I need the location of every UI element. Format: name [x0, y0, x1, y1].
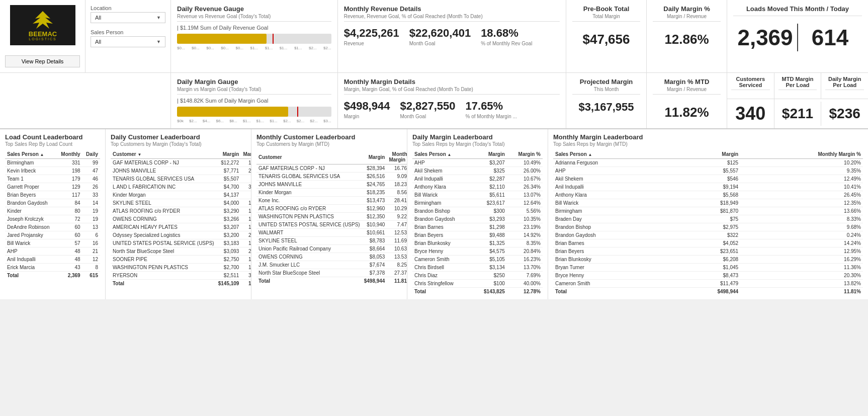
- table-row: Brandon Bishop$2,9759.68%: [553, 223, 863, 231]
- table-cell: WASHINGTON PENN PLASTICS: [256, 213, 362, 221]
- table-cell: Chris Birdsell: [412, 264, 473, 272]
- leaderboards-section: Load Count Leaderboard Top Sales Rep By …: [0, 129, 868, 299]
- table-cell: $3,207: [473, 159, 506, 167]
- table-cell: $9,194: [675, 183, 741, 191]
- table-cell: $125: [675, 159, 741, 167]
- table-row: Anil Indupalli4812: [5, 256, 100, 264]
- margin-pct-mtd-title: Margin % MTD: [653, 78, 721, 86]
- table-cell: 26.45%: [740, 191, 863, 199]
- table-row: Joseph Krolczyk7219: [5, 215, 100, 223]
- table-cell: 20.30%: [740, 272, 863, 280]
- table-row: WALMART$10,66112.53%: [256, 229, 407, 237]
- table-row: Erick Marcia438: [5, 264, 100, 272]
- table-cell: 40.00%: [507, 280, 543, 288]
- table-cell: 16.29%: [740, 256, 863, 264]
- table-cell: 20.43%: [241, 167, 251, 175]
- daily-margin-bar-marker: [297, 107, 298, 117]
- table-cell: $8,783: [362, 237, 387, 245]
- table-row: Akil Shekem$54612.49%: [553, 175, 863, 183]
- table-cell: $23,651: [675, 247, 741, 256]
- dc-col-customer: Customer ▼: [111, 150, 216, 159]
- table-cell: $498,944: [675, 288, 741, 296]
- table-cell: 26.34%: [507, 183, 543, 191]
- table-cell: Total: [5, 272, 56, 280]
- table-cell: Team 1: [5, 175, 56, 183]
- daily-customer-leaderboard: Daily Customer Leaderboard Top Customers…: [106, 129, 251, 299]
- table-row: J.M. Smucker LLC$7,6748.25%: [256, 261, 407, 269]
- table-cell: 10.67%: [507, 175, 543, 183]
- table-cell: $3,266: [216, 215, 241, 223]
- monthly-margin-values: $498,944 Margin $2,827,550 Month Goal 17…: [344, 100, 560, 119]
- table-row: Anthony Klara$2,11026.34%: [412, 183, 543, 191]
- customers-serviced-block: 340: [727, 99, 774, 128]
- table-cell: 16.76%: [387, 164, 407, 173]
- table-cell: $498,944: [362, 277, 387, 285]
- table-row: Total$498,94411.81%: [256, 277, 407, 285]
- revenue-label: Revenue: [344, 41, 399, 46]
- table-cell: Garrett Proper: [5, 183, 56, 191]
- table-cell: Chris Stringfellow: [412, 280, 473, 288]
- table-cell: Union Pacific Railroad Company: [256, 245, 362, 253]
- table-cell: Jared Projansky: [5, 231, 56, 239]
- margin-pct-mtd-panel: Margin % MTD Margin / Revenue 11.82%: [647, 73, 727, 128]
- table-row: SKYLINE STEEL$8,78311.69%: [256, 237, 407, 245]
- monthly-margin-lb-subtitle: Top Sales Reps by Margin (MTD): [553, 141, 863, 147]
- table-cell: 19: [82, 207, 100, 215]
- margin-pct-goal-block: 17.65% % of Monthly Margin ...: [466, 100, 517, 119]
- table-row: Chris Diaz$2507.69%: [412, 272, 543, 280]
- table-cell: $2,287: [473, 175, 506, 183]
- table-cell: 8: [82, 264, 100, 272]
- margin-month-goal-value: $2,827,550: [400, 100, 455, 113]
- table-cell: $12,350: [362, 213, 387, 221]
- view-rep-button[interactable]: View Rep Details: [5, 55, 80, 67]
- table-cell: 8.56%: [387, 189, 407, 197]
- daily-margin-table: Sales Person ▲ Margin Margin % AHP$3,207…: [412, 150, 543, 295]
- table-cell: North Star BlueScope Steel: [256, 269, 362, 277]
- table-cell: Brian Beyers: [412, 231, 473, 239]
- table-cell: Brandon Gaydosh: [412, 215, 473, 223]
- table-row: OWENS CORNING$8,05313.53%: [256, 253, 407, 261]
- margin-pct-goal-label: % of Monthly Margin ...: [466, 114, 517, 119]
- table-cell: 21: [82, 247, 100, 256]
- table-cell: 14.24%: [740, 239, 863, 247]
- monthly-revenue-title: Monthly Revenue Details: [344, 5, 560, 13]
- margin-pct-mtd-subtitle: Margin / Revenue: [653, 87, 721, 95]
- table-cell: 14.92%: [507, 231, 543, 239]
- daily-customer-table: Customer ▼ Margin Margin % GAF MATERIALS…: [111, 150, 251, 287]
- table-cell: $143,825: [473, 288, 506, 296]
- table-row: Total$143,82512.78%: [412, 288, 543, 296]
- table-row: AHP4821: [5, 247, 100, 256]
- mtd-margin-header: MTD Margin Per Load: [774, 73, 822, 99]
- load-count-lb-subtitle: Top Sales Rep By Load Count: [5, 141, 100, 147]
- table-cell: $145,109: [216, 280, 241, 288]
- table-cell: 20.84%: [507, 247, 543, 256]
- table-cell: Brian Beyers: [5, 191, 56, 199]
- daily-revenue-gauge-panel: Daily Revenue Gauge Revenue vs Revenue G…: [171, 0, 338, 72]
- table-cell: Brian Blunkosky: [553, 256, 675, 264]
- table-cell: $1,325: [473, 239, 506, 247]
- table-cell: 8.54%: [241, 175, 251, 183]
- table-cell: 80: [56, 207, 82, 215]
- prebook-subtitle: Total Margin: [572, 14, 640, 22]
- daily-margin-goal-text: | $148.82K Sum of Daily Margin Goal: [177, 98, 331, 104]
- salesperson-select[interactable]: All ▼: [91, 36, 165, 47]
- table-cell: UNITED STATES POSTAL SERVICE (USPS): [111, 239, 216, 247]
- table-cell: 8.25%: [387, 261, 407, 269]
- daily-revenue-bar-marker: [273, 34, 274, 44]
- table-row: SKYLINE STEEL$4,00015.72%: [111, 199, 251, 207]
- logo-box: BEEMAC LOGISTICS: [10, 5, 75, 45]
- table-cell: $12,960: [362, 205, 387, 213]
- pct-goal-label: % of Monthly Rev Goal: [481, 41, 532, 46]
- dc-col-margin: Margin: [216, 150, 241, 159]
- table-cell: Brian Barnes: [412, 223, 473, 231]
- daily-margin-pl-value: $236: [823, 106, 866, 122]
- table-cell: Brian Beyers: [553, 247, 675, 256]
- table-cell: $81,870: [675, 207, 741, 215]
- right-kpi-values: 340 $211 $236: [727, 99, 868, 128]
- table-cell: 13: [82, 223, 100, 231]
- customers-serviced-value: 340: [729, 103, 772, 124]
- table-cell: 198: [56, 167, 82, 175]
- table-cell: 13.82%: [740, 280, 863, 288]
- location-select[interactable]: All ▼: [91, 12, 165, 23]
- table-cell: $8,664: [362, 245, 387, 253]
